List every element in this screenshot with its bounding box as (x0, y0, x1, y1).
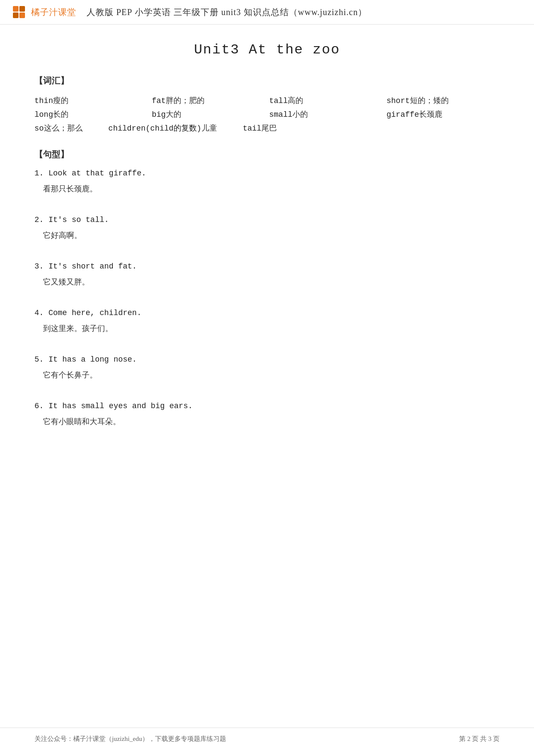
footer-right: 第 2 页 共 3 页 (459, 735, 500, 743)
sentence-3-en: 3. It's short and fat. (34, 262, 500, 271)
vocab-grid-row1: thin瘦的 fat胖的；肥的 tall高的 short短的；矮的 (34, 95, 500, 106)
vocab-zh-big: 大的 (166, 110, 181, 119)
vocab-zh-tail: 尾巴 (261, 124, 277, 132)
vocab-zh-tall: 高的 (288, 96, 303, 105)
sentence-2-zh: 它好高啊。 (43, 230, 500, 241)
vocab-item-fat: fat胖的；肥的 (152, 95, 265, 106)
vocab-en-tall: tall (269, 97, 288, 105)
sentence-4-text: Come here, children. (48, 309, 141, 317)
page-title: Unit3 At the zoo (34, 42, 500, 58)
sentence-1-en: 1. Look at that giraffe. (34, 169, 500, 178)
sentence-5-number: 5. (34, 355, 48, 364)
sentence-block-3: 3. It's short and fat. 它又矮又胖。 (34, 262, 500, 287)
vocab-item-children: children(child的复数)儿童 (109, 123, 217, 133)
header-subtitle: 人教版 PEP 小学英语 三年级下册 unit3 知识点总结（www.juziz… (87, 7, 367, 17)
vocab-en-so: so (34, 124, 44, 133)
sentence-3-number: 3. (34, 262, 48, 271)
logo-square-tl (13, 6, 19, 12)
vocab-zh-long: 长的 (53, 110, 68, 119)
vocab-zh-small: 小的 (292, 110, 308, 119)
vocab-zh-thin: 瘦的 (53, 96, 68, 105)
vocab-grid-row2: long长的 big大的 small小的 giraffe长颈鹿 (34, 109, 500, 119)
sentence-3-text: It's short and fat. (48, 262, 137, 271)
footer-left: 关注公众号：橘子汁课堂（juzizhi_edu），下载更多专项题库练习题 (34, 735, 226, 743)
vocab-en-thin: thin (34, 97, 53, 105)
sentence-5-text: It has a long nose. (48, 355, 137, 364)
sentence-block-6: 6. It has small eyes and big ears. 它有小眼睛… (34, 402, 500, 427)
logo-square-tr (19, 6, 25, 12)
sentence-6-text: It has small eyes and big ears. (48, 402, 192, 410)
vocab-en-big: big (152, 110, 166, 119)
vocab-zh-children: 儿童 (202, 124, 217, 132)
sentence-1-zh: 看那只长颈鹿。 (43, 184, 500, 194)
vocab-en-tail: tail (243, 124, 261, 133)
vocab-section-header: 【词汇】 (34, 75, 500, 87)
sentence-2-number: 2. (34, 216, 48, 224)
sentence-block-1: 1. Look at that giraffe. 看那只长颈鹿。 (34, 169, 500, 194)
sentence-4-number: 4. (34, 309, 48, 317)
sentence-1-number: 1. (34, 169, 48, 178)
sentence-section: 【句型】 1. Look at that giraffe. 看那只长颈鹿。 2.… (34, 149, 500, 427)
sentence-6-en: 6. It has small eyes and big ears. (34, 402, 500, 410)
sentence-block-5: 5. It has a long nose. 它有个长鼻子。 (34, 355, 500, 380)
vocab-item-long: long长的 (34, 109, 148, 119)
vocab-section: 【词汇】 thin瘦的 fat胖的；肥的 tall高的 short短的；矮的 l… (34, 75, 500, 133)
sentence-5-en: 5. It has a long nose. (34, 355, 500, 364)
vocab-zh-fat: 胖的；肥的 (166, 96, 205, 105)
vocab-row-3: so这么；那么 children(child的复数)儿童 tail尾巴 (34, 123, 500, 133)
sentence-1-text: Look at that giraffe. (48, 169, 146, 178)
vocab-item-small: small小的 (269, 109, 382, 119)
logo-icon (13, 6, 25, 18)
vocab-item-giraffe: giraffe长颈鹿 (387, 109, 500, 119)
logo-square-bl (13, 12, 19, 18)
vocab-en-giraffe: giraffe (387, 110, 419, 119)
sentence-4-zh: 到这里来。孩子们。 (43, 323, 500, 334)
sentence-4-en: 4. Come here, children. (34, 309, 500, 317)
header-bar: 橘子汁课堂 人教版 PEP 小学英语 三年级下册 unit3 知识点总结（www… (0, 0, 534, 25)
sentence-2-en: 2. It's so tall. (34, 216, 500, 224)
sentence-6-zh: 它有小眼睛和大耳朵。 (43, 416, 500, 427)
sentence-6-number: 6. (34, 402, 48, 410)
vocab-item-tail: tail尾巴 (243, 123, 277, 133)
logo-squares (13, 6, 25, 18)
sentence-5-zh: 它有个长鼻子。 (43, 370, 500, 380)
sentence-block-4: 4. Come here, children. 到这里来。孩子们。 (34, 309, 500, 334)
sentence-block-2: 2. It's so tall. 它好高啊。 (34, 216, 500, 241)
vocab-en-children: children(child的复数) (109, 124, 202, 133)
sentence-3-zh: 它又矮又胖。 (43, 277, 500, 287)
logo-square-br (19, 12, 25, 18)
vocab-zh-so: 这么；那么 (44, 124, 83, 132)
header-text: 橘子汁课堂 人教版 PEP 小学英语 三年级下册 unit3 知识点总结（www… (31, 6, 367, 18)
vocab-en-short: short (387, 97, 410, 105)
vocab-item-big: big大的 (152, 109, 265, 119)
sentence-section-header: 【句型】 (34, 149, 500, 160)
vocab-item-tall: tall高的 (269, 95, 382, 106)
vocab-en-long: long (34, 110, 53, 119)
vocab-item-thin: thin瘦的 (34, 95, 148, 106)
vocab-en-fat: fat (152, 97, 166, 105)
vocab-item-short: short短的；矮的 (387, 95, 500, 106)
vocab-en-small: small (269, 110, 292, 119)
vocab-zh-short: 短的；矮的 (410, 96, 449, 105)
main-content: Unit3 At the zoo 【词汇】 thin瘦的 fat胖的；肥的 ta… (0, 25, 534, 483)
sentence-2-text: It's so tall. (48, 216, 109, 224)
footer: 关注公众号：橘子汁课堂（juzizhi_edu），下载更多专项题库练习题 第 2… (0, 728, 534, 743)
brand-name: 橘子汁课堂 (31, 7, 76, 17)
vocab-item-so: so这么；那么 (34, 123, 83, 133)
vocab-zh-giraffe: 长颈鹿 (419, 110, 442, 119)
